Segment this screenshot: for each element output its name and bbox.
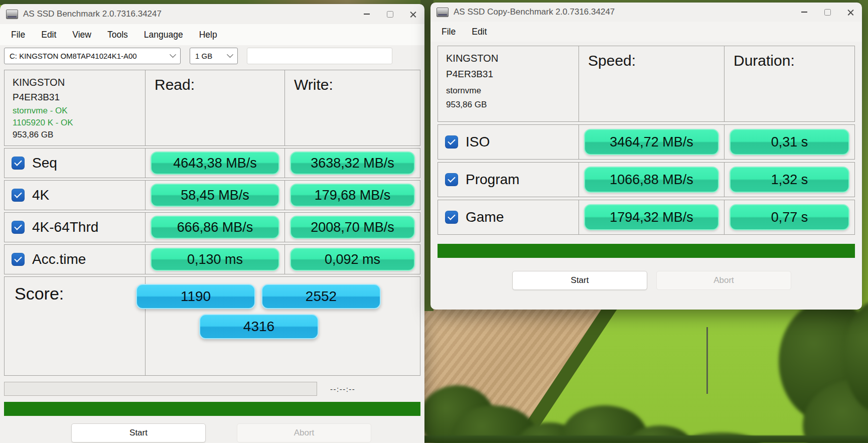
drive-vendor: KINGSTON [5,70,145,88]
duration-value-pill: 0,31 s [730,129,849,155]
abort-button[interactable]: Abort [237,423,371,442]
menu-help[interactable]: Help [191,30,225,40]
app-icon [6,10,18,19]
menu-file[interactable]: File [3,30,33,40]
seq-label-cell: Seq [5,149,145,178]
minimize-icon [801,12,807,13]
menu-edit[interactable]: Edit [464,27,495,37]
start-button[interactable]: Start [512,271,647,290]
maximize-button[interactable] [378,4,401,24]
row-label: Acc.time [32,251,86,267]
menu-edit[interactable]: Edit [33,30,64,40]
toolbar: C: KINGSTON OM8TAP41024K1-A00 1 GB [0,45,424,69]
write-value-pill: 2008,70 MB/s [290,216,415,239]
seq-checkbox[interactable] [12,157,25,170]
menu-language[interactable]: Language [136,30,191,40]
menu-tools[interactable]: Tools [99,30,136,40]
test-size-select[interactable]: 1 GB [190,48,238,64]
copy-results-table: KINGSTON P4ER3B31 stornvme 953,86 GB Spe… [438,46,855,235]
acctime-row: Acc.time 0,130 ms 0,092 ms [4,244,420,274]
drive-info-row: KINGSTON P4ER3B31 stornvme 953,86 GB Spe… [438,46,855,122]
seq-read-cell: 4643,38 MB/s [145,149,284,178]
acctime-checkbox[interactable] [12,253,25,266]
minimize-button[interactable] [793,3,816,22]
4k-label-cell: 4K [5,181,145,210]
write-header: Write: [285,70,420,93]
4k64-read-cell: 666,86 MB/s [145,213,284,242]
toolbar-textbox[interactable] [247,48,392,64]
iso-label-cell: ISO [438,125,578,159]
menu-view[interactable]: View [64,30,99,40]
seq-write-cell: 3638,32 MB/s [284,149,420,178]
menu-file[interactable]: File [433,27,464,37]
window-controls [793,3,862,22]
drive-capacity: 953,86 GB [438,96,578,110]
drive-vendor: KINGSTON [438,46,578,64]
minimize-button[interactable] [355,4,378,24]
game-speed-cell: 1794,32 MB/s [578,200,724,234]
4k64-label-cell: 4K-64Thrd [5,213,145,242]
4k-write-cell: 179,68 MB/s [284,181,420,210]
write-value-pill: 0,092 ms [290,248,415,271]
program-duration-cell: 1,32 s [724,163,854,197]
button-row: Start Abort [71,423,424,442]
score-section: Score: 1190 2552 4316 [4,276,420,376]
4k-row: 4K 58,45 MB/s 179,68 MB/s [4,180,420,210]
drive-model: P4ER3B31 [5,88,145,103]
program-label-cell: Program [438,163,578,197]
speed-value-pill: 3464,72 MB/s [584,129,719,155]
program-checkbox[interactable] [445,173,458,186]
benchmark-window: AS SSD Benchmark 2.0.7316.34247 File Edi… [0,4,424,443]
app-icon [437,8,449,17]
iso-checkbox[interactable] [445,135,458,149]
drive-model: P4ER3B31 [438,64,578,80]
duration-header-cell: Duration: [724,46,854,121]
game-row: Game 1794,32 MB/s 0,77 s [438,200,855,235]
treeline [422,435,868,443]
write-score-pill: 2552 [261,284,381,309]
4k64-write-cell: 2008,70 MB/s [284,213,420,242]
maximize-icon [824,9,831,16]
desktop: AS SSD Benchmark 2.0.7316.34247 File Edi… [0,0,868,443]
speed-value-pill: 1066,88 MB/s [584,167,719,193]
copy-titlebar[interactable]: AS SSD Copy-Benchmark 2.0.7316.34247 [430,3,862,22]
minimize-icon [364,14,370,15]
iso-row: ISO 3464,72 MB/s 0,31 s [438,124,855,160]
write-header-cell: Write: [284,70,420,145]
game-checkbox[interactable] [445,211,458,224]
drive-alignment-status: 1105920 K - OK [5,116,145,128]
4k-checkbox[interactable] [12,189,25,202]
4k-read-cell: 58,45 MB/s [145,181,284,210]
acctime-label-cell: Acc.time [5,245,145,274]
utility-pole [706,327,708,394]
results-table: KINGSTON P4ER3B31 stornvme - OK 1105920 … [4,70,420,274]
drive-driver-status: stornvme - OK [5,103,145,116]
duration-header: Duration: [725,46,854,69]
drive-select-value: C: KINGSTON OM8TAP41024K1-A00 [10,52,137,60]
write-value-pill: 179,68 MB/s [290,184,415,207]
row-label: 4K [32,187,49,203]
seq-row: Seq 4643,38 MB/s 3638,32 MB/s [4,148,420,178]
drive-driver: stornvme [438,80,578,96]
read-score-pill: 1190 [136,284,255,309]
copy-benchmark-window: AS SSD Copy-Benchmark 2.0.7316.34247 Fil… [430,3,862,310]
chevron-down-icon [170,51,176,58]
program-row: Program 1066,88 MB/s 1,32 s [438,162,855,197]
maximize-button[interactable] [816,3,839,22]
4k64-row: 4K-64Thrd 666,86 MB/s 2008,70 MB/s [4,212,420,242]
window-title: AS SSD Copy-Benchmark 2.0.7316.34247 [454,7,615,17]
close-button[interactable] [839,3,862,22]
read-value-pill: 0,130 ms [151,248,279,271]
status-bar [438,244,855,258]
acctime-write-cell: 0,092 ms [284,245,420,274]
chevron-down-icon [227,51,233,58]
duration-value-pill: 1,32 s [730,167,849,193]
4k64-checkbox[interactable] [12,221,25,234]
read-header-cell: Read: [145,70,284,145]
close-button[interactable] [401,4,424,24]
drive-select[interactable]: C: KINGSTON OM8TAP41024K1-A00 [4,48,181,64]
start-button[interactable]: Start [71,423,206,442]
benchmark-titlebar[interactable]: AS SSD Benchmark 2.0.7316.34247 [0,4,424,24]
abort-button[interactable]: Abort [656,271,791,290]
drive-info: KINGSTON P4ER3B31 stornvme - OK 1105920 … [5,70,145,145]
